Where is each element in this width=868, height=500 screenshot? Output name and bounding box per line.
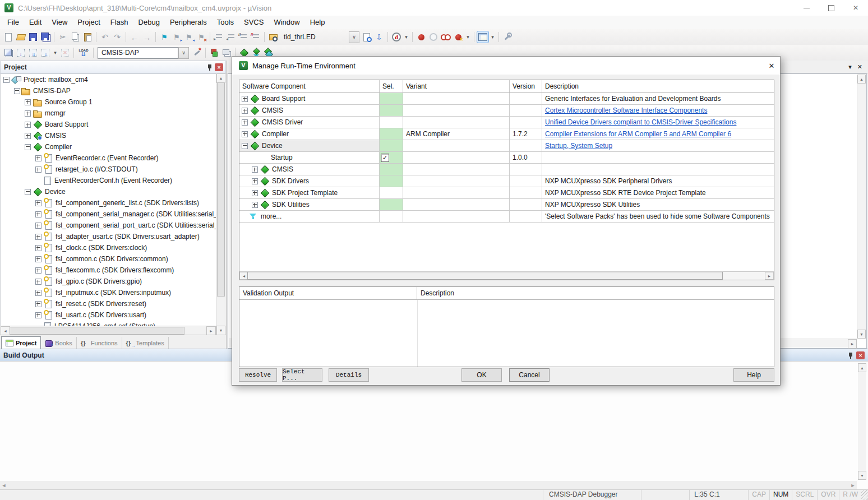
component-cell[interactable]: SDK Utilities	[239, 199, 380, 210]
pin-icon[interactable]	[848, 352, 853, 359]
variant-cell[interactable]	[403, 164, 510, 175]
expand-icon[interactable]	[35, 267, 41, 274]
menu-file[interactable]: File	[2, 16, 24, 29]
column-header-sel[interactable]: Sel.	[380, 80, 403, 92]
menu-help[interactable]: Help	[305, 16, 330, 29]
tree-item[interactable]: Project: mailbox_cm4	[1, 74, 216, 85]
expand-icon[interactable]	[35, 200, 41, 206]
tree-item[interactable]: CMSIS-DAP	[1, 85, 216, 96]
batch-build-icon[interactable]	[40, 47, 51, 58]
project-panel-close-icon[interactable]	[215, 63, 223, 71]
column-header-description[interactable]: Description	[542, 80, 774, 92]
breakpoint-insert-icon[interactable]	[415, 31, 427, 43]
component-row[interactable]: CompilerARM Compiler1.7.2Compiler Extens…	[239, 128, 774, 140]
description-link[interactable]: Cortex Microcontroller Software Interfac…	[545, 107, 707, 114]
tree-item[interactable]: fsl_inputmux.c (SDK Drivers:inputmux)	[1, 287, 216, 298]
component-cell[interactable]: Device	[239, 140, 380, 151]
build-output-close-icon[interactable]	[856, 351, 865, 359]
tree-item[interactable]: fsl_flexcomm.c (SDK Drivers:flexcomm)	[1, 265, 216, 276]
project-tree-hscrollbar[interactable]: ◄ ►	[1, 326, 216, 335]
scroll-left-icon[interactable]: ◄	[0, 482, 8, 489]
find-text-combobox[interactable]: tid_thrLED	[280, 31, 359, 43]
dropdown-caret-icon[interactable]	[465, 31, 471, 43]
menu-peripherals[interactable]: Peripherals	[165, 16, 212, 29]
indent-icon[interactable]	[213, 31, 224, 43]
expand-icon[interactable]	[242, 108, 248, 114]
collapse-icon[interactable]	[25, 189, 31, 195]
open-file-icon[interactable]	[15, 31, 26, 43]
expand-icon[interactable]	[252, 202, 258, 208]
sel-cell[interactable]	[380, 175, 403, 187]
tab-templates[interactable]: Templates	[122, 337, 169, 349]
description-cell[interactable]: Cortex Microcontroller Software Interfac…	[542, 105, 774, 116]
dropdown-caret-icon[interactable]	[403, 31, 409, 43]
save-icon[interactable]	[27, 31, 39, 43]
scrollbar-thumb[interactable]	[217, 82, 225, 297]
description-link[interactable]: Startup, System Setup	[545, 142, 612, 150]
column-header-variant[interactable]: Variant	[403, 80, 510, 92]
tree-item[interactable]: Board Support	[1, 119, 216, 130]
details-button[interactable]: Details	[329, 368, 369, 382]
expand-icon[interactable]	[35, 279, 41, 285]
collapse-icon[interactable]	[25, 144, 31, 150]
expand-icon[interactable]	[35, 234, 41, 240]
comment-selection-icon[interactable]	[238, 31, 249, 43]
maximize-button[interactable]	[819, 0, 843, 16]
component-row[interactable]: more...'Select Software Packs' has been …	[239, 211, 774, 223]
expand-icon[interactable]	[242, 131, 248, 137]
dialog-close-icon[interactable]	[763, 57, 780, 75]
editor-vscrollbar[interactable]: ▲ ▼	[857, 75, 866, 339]
expand-icon[interactable]	[242, 119, 248, 126]
menu-window[interactable]: Window	[269, 16, 304, 29]
scroll-right-icon[interactable]: ►	[765, 272, 774, 280]
scroll-up-icon[interactable]: ▲	[216, 73, 225, 83]
expand-icon[interactable]	[242, 96, 248, 102]
incremental-find-icon[interactable]	[373, 31, 385, 43]
variant-cell[interactable]	[403, 175, 510, 187]
components-viewer-icon[interactable]	[209, 47, 220, 58]
scrollbar-thumb[interactable]	[10, 327, 184, 335]
resolve-button[interactable]: Resolve	[239, 368, 277, 382]
sel-cell[interactable]	[380, 152, 403, 163]
scroll-down-icon[interactable]: ▼	[857, 330, 866, 339]
layers-icon[interactable]	[221, 47, 232, 58]
scroll-up-icon[interactable]: ▲	[857, 75, 866, 84]
tree-item[interactable]: fsl_common.c (SDK Drivers:common)	[1, 253, 216, 265]
expand-icon[interactable]	[252, 190, 258, 196]
chevron-down-icon[interactable]	[848, 63, 852, 71]
component-cell[interactable]: more...	[239, 211, 380, 222]
menu-tools[interactable]: Tools	[212, 16, 239, 29]
menu-flash[interactable]: Flash	[105, 16, 133, 29]
expand-icon[interactable]	[25, 110, 31, 117]
expand-icon[interactable]	[25, 99, 31, 105]
menu-project[interactable]: Project	[72, 16, 105, 29]
checkbox-checked-icon[interactable]	[381, 154, 389, 162]
sel-cell[interactable]	[380, 105, 403, 116]
component-cell[interactable]: SDK Drivers	[239, 175, 380, 187]
sel-cell[interactable]	[380, 164, 403, 175]
undo-icon[interactable]	[99, 31, 110, 43]
variant-cell[interactable]	[403, 117, 510, 128]
description-cell[interactable]: Startup, System Setup	[542, 140, 774, 151]
save-all-icon[interactable]	[40, 31, 51, 43]
column-header-version[interactable]: Version	[510, 80, 542, 92]
window-layout-icon[interactable]	[477, 31, 488, 43]
expand-icon[interactable]	[35, 223, 41, 229]
variant-cell[interactable]	[403, 187, 510, 198]
translate-icon[interactable]	[3, 47, 14, 58]
build-output-vscrollbar[interactable]: ▲ ▼	[858, 363, 866, 480]
bookmark-clear-icon[interactable]	[196, 31, 207, 43]
build-output-hscrollbar[interactable]: ◄ ►	[0, 481, 857, 489]
nav-back-icon[interactable]	[129, 31, 140, 43]
minimize-button[interactable]	[794, 0, 819, 16]
sel-cell[interactable]	[380, 211, 403, 222]
component-row[interactable]: CMSIS	[239, 164, 774, 175]
sel-cell[interactable]	[380, 128, 403, 140]
component-row[interactable]: SDK DriversNXP MCUXpresso SDK Peripheral…	[239, 175, 774, 187]
tree-item[interactable]: fsl_component_generic_list.c (SDK Driver…	[1, 197, 216, 209]
target-combobox[interactable]: CMSIS-DAP	[98, 47, 189, 59]
component-cell[interactable]: SDK Project Template	[239, 187, 380, 198]
tree-item[interactable]: mcmgr	[1, 108, 216, 119]
collapse-icon[interactable]	[3, 77, 10, 83]
component-cell[interactable]: Startup	[239, 152, 380, 163]
